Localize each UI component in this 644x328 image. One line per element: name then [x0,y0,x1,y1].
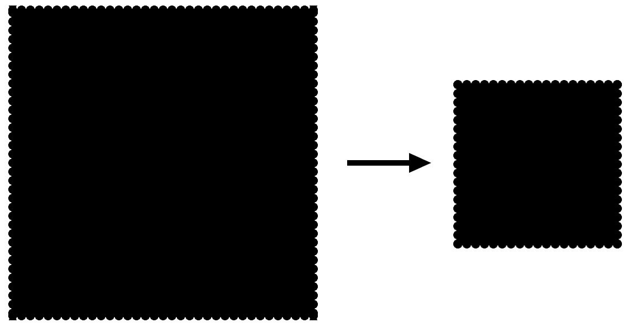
diagram-canvas [0,0,644,328]
svg-marker-1 [409,153,431,173]
large-source-square [8,6,318,320]
small-target-square [453,80,622,248]
arrow-right-icon [345,152,431,174]
